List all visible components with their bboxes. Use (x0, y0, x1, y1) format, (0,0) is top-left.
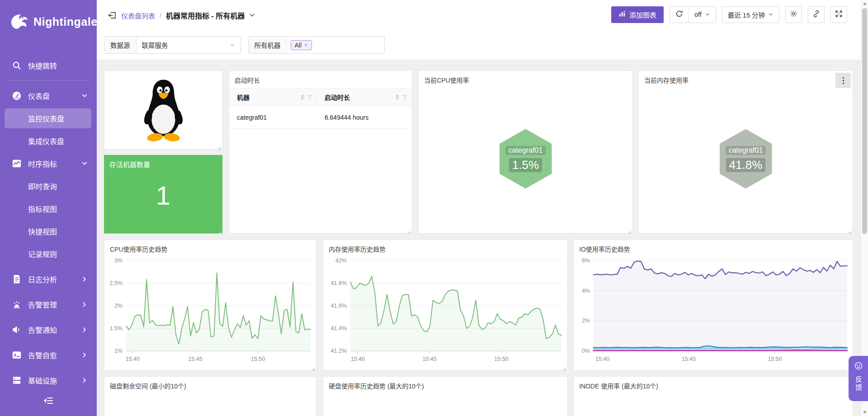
refresh-group: off (670, 6, 716, 23)
memory-history-chart[interactable]: 41.2%41.4%41.6%41.8%42%15:4015:4515:50 (325, 254, 565, 368)
cell-machine: categraf01 (229, 106, 317, 128)
panel-title: 磁盘剩余空间 (最小的10个) (104, 377, 316, 390)
sidebar-item-11[interactable]: 告警通知 (0, 318, 97, 341)
time-range-group: 最近 15 分钟 (722, 6, 779, 23)
filter-bar: 数据源 联犀服务 所有机器 All × (104, 36, 385, 54)
chevron-down-icon (81, 93, 88, 99)
scroll-down-icon[interactable] (863, 411, 867, 414)
sidebar-item-10[interactable]: 告警管理 (0, 293, 97, 316)
fullscreen-icon (835, 9, 843, 20)
svg-text:41.6%: 41.6% (331, 303, 347, 309)
panel-tux-image[interactable] (104, 70, 222, 150)
svg-text:1%: 1% (114, 348, 123, 354)
panel-current-memory[interactable]: 当前内存使用率 categraf01 41.8% (638, 70, 853, 234)
time-range-dropdown[interactable]: 最近 15 分钟 (722, 7, 779, 23)
cpu-hexagon[interactable]: categraf01 1.5% (500, 129, 552, 189)
column-header-machine[interactable]: 机器 (229, 89, 317, 106)
settings-button[interactable] (785, 6, 802, 23)
resize-handle-icon[interactable] (627, 227, 631, 232)
sidebar-item-6[interactable]: 指标视图 (0, 197, 97, 220)
menu-fold-icon (43, 395, 54, 408)
svg-text:41.2%: 41.2% (331, 348, 347, 354)
sidebar-item-12[interactable]: 告警自愈 (0, 344, 97, 366)
panel-disk-free[interactable]: 磁盘剩余空间 (最小的10个) (104, 376, 316, 416)
refresh-button[interactable] (670, 7, 689, 23)
panel-io-history[interactable]: IO使用率历史趋势 0%2%4%6%15:4015:4515:50 (573, 239, 853, 370)
panel-title: 启动时长 (229, 71, 412, 84)
refresh-interval-dropdown[interactable]: off (689, 7, 716, 23)
terminal-icon (12, 350, 22, 360)
table-row[interactable]: categraf016.649444 hours (229, 106, 412, 129)
sidebar-item-label: 时序指标 (28, 158, 57, 169)
panel-title: 内存使用率历史趋势 (323, 240, 567, 253)
panel-memory-history[interactable]: 内存使用率历史趋势 41.2%41.4%41.6%41.8%42%15:4015… (323, 239, 567, 370)
sort-icon[interactable] (396, 94, 399, 100)
sidebar-nav: 快捷跳转仪表盘监控仪表盘集成仪表盘时序指标即时查询指标视图快捷视图记录规则日志分… (0, 54, 97, 392)
resize-handle-icon[interactable] (216, 143, 221, 148)
alarm-icon (12, 299, 22, 309)
dashboard-grid: 存活机器数量 1 启动时长 机器 启动时长 (97, 60, 861, 416)
svg-text:15:50: 15:50 (494, 356, 508, 362)
breadcrumb-dashboards-link[interactable]: 仪表盘列表 (121, 11, 155, 20)
panel-cpu-history[interactable]: CPU使用率历史趋势 1%1.5%2%2.5%3%15:4015:4515:50 (104, 239, 316, 370)
app-logo[interactable]: Nightingale (9, 12, 98, 32)
machines-select-input[interactable]: All × (287, 37, 384, 53)
svg-text:15:50: 15:50 (251, 356, 265, 362)
sidebar-item-label: 告警自愈 (28, 350, 57, 360)
sidebar-item-1[interactable]: 仪表盘 (0, 84, 97, 107)
sidebar-item-9[interactable]: 日志分析 (0, 268, 97, 290)
scroll-up-icon[interactable] (863, 2, 867, 5)
page-scrollbar[interactable] (861, 0, 868, 416)
fullscreen-button[interactable] (830, 6, 847, 23)
back-icon[interactable] (108, 11, 117, 20)
megaphone-icon (12, 325, 22, 335)
panel-disk-usage-history[interactable]: 硬盘使用率历史趋势 (最大的10个) (323, 376, 567, 416)
resize-handle-icon[interactable] (217, 228, 221, 232)
tag-close-icon[interactable]: × (304, 42, 308, 48)
sidebar-collapse-button[interactable] (0, 393, 97, 411)
table-header-row: 机器 启动时长 (229, 88, 412, 106)
filter-funnel-icon[interactable] (402, 94, 407, 100)
cpu-history-chart[interactable]: 1%1.5%2%2.5%3%15:4015:4515:50 (106, 254, 314, 368)
feedback-tab[interactable]: 反馈 (849, 356, 868, 401)
feedback-label: 反馈 (854, 376, 863, 392)
panel-current-cpu[interactable]: 当前CPU使用率 categraf01 1.5% (418, 70, 633, 234)
gear-icon (789, 9, 798, 20)
sidebar-item-4[interactable]: 时序指标 (0, 152, 97, 175)
datasource-select[interactable]: 联犀服务 (137, 37, 241, 53)
memory-hexagon[interactable]: categraf01 41.8% (720, 129, 772, 189)
share-link-button[interactable] (808, 6, 825, 23)
sort-icon[interactable] (301, 94, 304, 100)
column-header-uptime[interactable]: 启动时长 (317, 89, 412, 106)
log-icon (12, 274, 22, 284)
sidebar-item-2[interactable]: 监控仪表盘 (0, 107, 97, 130)
scrollbar-thumb[interactable] (862, 8, 867, 234)
sidebar-item-5[interactable]: 即时查询 (0, 175, 97, 197)
panel-alive-machines[interactable]: 存活机器数量 1 (104, 155, 222, 234)
filter-funnel-icon[interactable] (307, 94, 312, 100)
svg-text:1.5%: 1.5% (110, 325, 123, 332)
resize-handle-icon[interactable] (310, 364, 315, 369)
panel-uptime[interactable]: 启动时长 机器 启动时长 (229, 70, 412, 234)
chevron-down-icon (768, 12, 774, 17)
resize-handle-icon[interactable] (847, 227, 851, 232)
sidebar-item-3[interactable]: 集成仪表盘 (0, 130, 97, 152)
svg-text:2%: 2% (582, 318, 590, 324)
chevron-right-icon (81, 276, 88, 282)
sidebar-item-7[interactable]: 快捷视图 (0, 220, 97, 243)
io-history-chart[interactable]: 0%2%4%6%15:4015:4515:50 (576, 254, 851, 368)
sidebar-item-label: 告警管理 (28, 299, 57, 310)
panel-inode-usage[interactable]: INODE 使用率 (最大的10个) (573, 376, 853, 416)
cell-uptime: 6.649444 hours (317, 106, 412, 128)
add-chart-button[interactable]: 添加图表 (611, 6, 664, 23)
sidebar: Nightingale 快捷跳转仪表盘监控仪表盘集成仪表盘时序指标即时查询指标视… (0, 0, 97, 416)
chevron-right-icon (81, 301, 88, 308)
sidebar-item-13[interactable]: 基础设施 (0, 369, 97, 392)
resize-handle-icon[interactable] (561, 364, 566, 369)
title-chevron-down-icon[interactable] (249, 12, 255, 19)
sidebar-item-8[interactable]: 记录规则 (0, 243, 97, 265)
resize-handle-icon[interactable] (406, 227, 410, 232)
sidebar-item-0[interactable]: 快捷跳转 (0, 54, 97, 77)
svg-text:6%: 6% (582, 257, 590, 264)
sidebar-divider (6, 80, 90, 81)
